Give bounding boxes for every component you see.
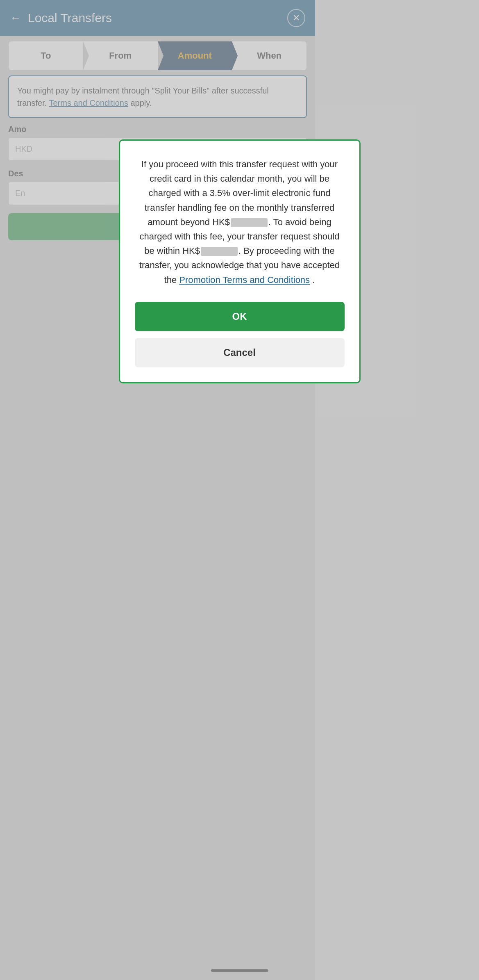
warning-modal: If you proceed with this transfer reques… (119, 139, 316, 383)
redacted-amount-2 (201, 247, 238, 256)
ok-button[interactable]: OK (135, 302, 316, 331)
cancel-button[interactable]: Cancel (135, 338, 316, 367)
redacted-amount-1 (231, 218, 268, 227)
modal-body: If you proceed with this transfer reques… (135, 157, 316, 287)
promotion-terms-link[interactable]: Promotion Terms and Conditions (179, 275, 310, 285)
modal-overlay: If you proceed with this transfer reques… (0, 0, 315, 980)
